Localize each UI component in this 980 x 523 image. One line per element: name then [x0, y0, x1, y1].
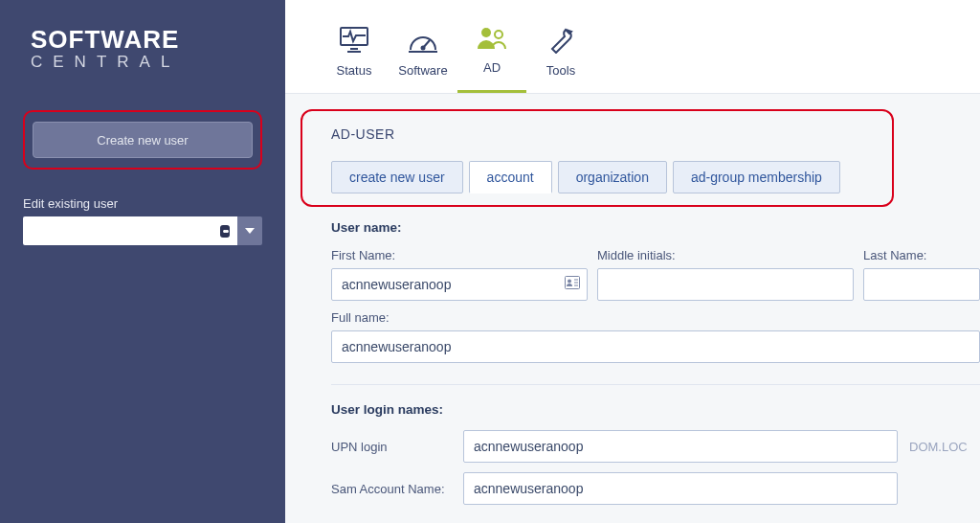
svg-rect-5 [409, 51, 437, 53]
logo-line2: CENTRAL [31, 53, 262, 72]
nav-ad[interactable]: AD [457, 0, 526, 93]
keyboard-icon: ••• [212, 216, 237, 245]
nav-software[interactable]: Software [389, 0, 457, 93]
full-name-input[interactable] [331, 330, 980, 363]
nav-status-label: Status [337, 63, 372, 78]
app-root: SOFTWARE CENTRAL Create new user Edit ex… [0, 0, 980, 523]
users-icon [477, 16, 507, 51]
tab-account[interactable]: account [469, 161, 552, 193]
first-name-label: First Name: [331, 248, 588, 262]
svg-point-7 [495, 31, 502, 38]
logo-line1: SOFTWARE [31, 25, 262, 55]
tab-create-new-user[interactable]: create new user [331, 161, 463, 193]
name-row: First Name: Middle initials: La [331, 248, 980, 301]
edit-existing-user-select[interactable]: ••• [23, 216, 262, 245]
first-name-input[interactable] [331, 268, 588, 301]
last-name-label: Last Name: [863, 248, 980, 262]
upn-login-label: UPN login [331, 440, 456, 454]
section-title: AD-USER [331, 126, 875, 142]
tab-row: create new user account organization ad-… [331, 161, 875, 193]
section-divider [331, 384, 980, 385]
edit-existing-user-input[interactable] [23, 216, 212, 245]
contact-card-icon [565, 276, 580, 293]
full-name-label: Full name: [331, 310, 980, 325]
nav-tools-label: Tools [546, 63, 575, 78]
sam-account-input[interactable] [463, 472, 898, 505]
nav-status[interactable]: Status [320, 0, 389, 93]
sidebar: SOFTWARE CENTRAL Create new user Edit ex… [0, 0, 285, 523]
upn-domain-suffix: DOM.LOC [905, 440, 980, 454]
tab-organization[interactable]: organization [558, 161, 667, 193]
last-name-input[interactable] [863, 268, 980, 301]
svg-line-4 [423, 40, 430, 48]
svg-point-6 [481, 28, 491, 37]
chevron-down-icon [245, 226, 255, 236]
sam-account-label: Sam Account Name: [331, 482, 456, 496]
upn-login-input[interactable] [463, 430, 898, 463]
svg-rect-2 [347, 51, 361, 53]
middle-initials-input[interactable] [597, 268, 854, 301]
ad-user-header-card: AD-USER create new user account organiza… [301, 109, 894, 207]
main-area: Status Software AD Tools [285, 0, 980, 523]
create-new-user-button[interactable]: Create new user [33, 122, 253, 158]
nav-ad-label: AD [483, 60, 501, 75]
monitor-pulse-icon [340, 19, 368, 54]
tab-ad-group-membership[interactable]: ad-group membership [673, 161, 840, 193]
content-scroll: AD-USER create new user account organiza… [285, 94, 980, 523]
create-user-highlight: Create new user [23, 110, 262, 170]
svg-rect-1 [350, 48, 358, 50]
nav-tools[interactable]: Tools [526, 0, 595, 93]
svg-point-9 [568, 280, 571, 284]
edit-existing-user-label: Edit existing user [23, 196, 262, 211]
user-name-heading: User name: [331, 220, 980, 235]
nav-software-label: Software [398, 63, 447, 78]
top-nav: Status Software AD Tools [285, 0, 980, 94]
wrench-icon [547, 19, 574, 54]
account-form: User name: First Name: Middle initials: [301, 220, 980, 505]
gauge-icon [409, 19, 437, 54]
app-logo: SOFTWARE CENTRAL [31, 25, 262, 72]
login-heading: User login names: [331, 402, 980, 417]
edit-existing-user-dropdown-button[interactable] [237, 216, 262, 245]
middle-initials-label: Middle initials: [597, 248, 854, 262]
